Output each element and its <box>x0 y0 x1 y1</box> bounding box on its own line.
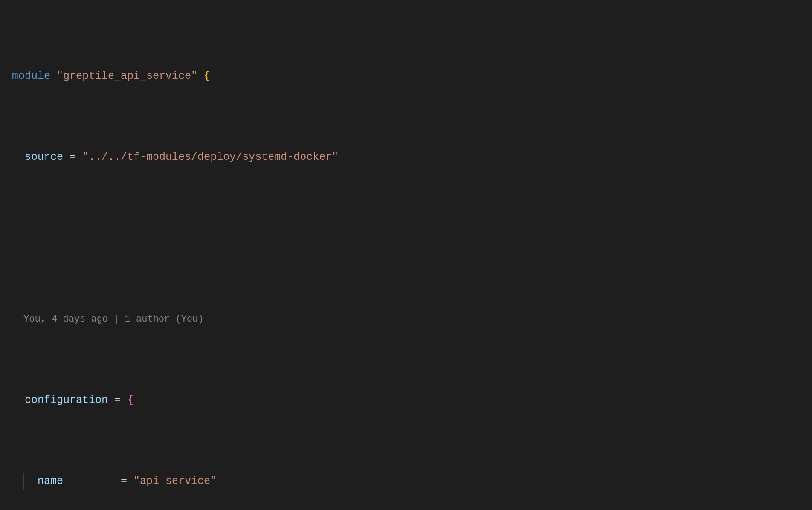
git-blame-annotation[interactable]: You, 4 days ago | 1 author (You) <box>0 311 812 327</box>
keyword-module: module <box>12 70 50 82</box>
module-name-string: "greptile_api_service" <box>57 70 197 82</box>
code-editor[interactable]: module "greptile_api_service" { source =… <box>0 0 812 510</box>
brace-open: { <box>127 394 133 406</box>
code-line-blank[interactable] <box>0 230 812 246</box>
code-line[interactable]: module "greptile_api_service" { <box>0 68 812 84</box>
code-line[interactable]: source = "../../tf-modules/deploy/system… <box>0 149 812 165</box>
name-value: "api-service" <box>133 475 217 487</box>
prop-configuration: configuration <box>25 394 108 406</box>
code-line[interactable]: configuration = { <box>0 392 812 409</box>
prop-source: source <box>25 151 63 163</box>
source-path: "../../tf-modules/deploy/systemd-docker" <box>82 151 338 163</box>
prop-name: name <box>38 475 63 487</box>
code-line[interactable]: name = "api-service" <box>0 473 812 490</box>
brace-open: { <box>204 70 210 82</box>
